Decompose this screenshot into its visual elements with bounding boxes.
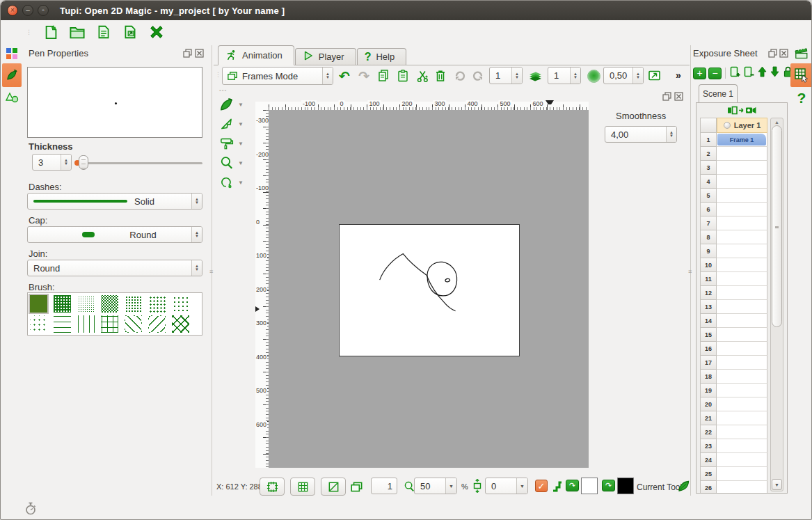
toolbar-grip[interactable]: ⋮ [26, 29, 31, 36]
frame-border-toggle-button[interactable] [260, 478, 285, 496]
selection-tool[interactable]: ▼ [218, 116, 244, 132]
grid-toggle-button[interactable] [290, 478, 315, 496]
row-number[interactable]: 17 [700, 356, 717, 370]
smoothness-spinbox[interactable]: 4,00 ▲▼ [605, 126, 677, 143]
tab-player[interactable]: Player [295, 48, 356, 65]
frame-count-input[interactable]: 1 [371, 478, 397, 494]
join-combo[interactable]: Round ▲▼ [27, 260, 202, 276]
cut-icon[interactable] [414, 68, 431, 84]
paste-icon[interactable] [395, 68, 411, 84]
scene-tab[interactable]: Scene 1 [699, 84, 738, 103]
close-panel-icon[interactable] [779, 48, 788, 58]
pen-properties-dock-button[interactable] [2, 63, 22, 87]
thickness-slider[interactable] [74, 154, 204, 172]
fill-tool[interactable]: ▼ [218, 136, 244, 151]
rotation-dropdown[interactable]: 0 ▼ [485, 478, 528, 494]
onion-skin-icon[interactable] [527, 68, 543, 84]
remove-frame-button[interactable]: − [708, 68, 722, 79]
brush-dense7[interactable] [172, 295, 189, 313]
tab-animation[interactable]: Animation [218, 45, 294, 65]
spinner-arrows-icon[interactable]: ▲▼ [322, 68, 333, 84]
row-number[interactable]: 9 [700, 244, 717, 258]
frame-cell[interactable] [717, 328, 767, 342]
row-number[interactable]: 2 [700, 147, 717, 161]
zoom-level-dropdown[interactable]: 50 ▼ [414, 478, 457, 494]
dropdown-arrow-icon[interactable]: ▼ [516, 478, 527, 494]
brush-dense2[interactable] [54, 295, 71, 313]
row-number[interactable]: 12 [700, 286, 717, 300]
frame-cell[interactable] [717, 481, 767, 494]
row-number[interactable]: 23 [700, 439, 717, 453]
row-number[interactable]: 26 [700, 481, 717, 494]
brush-diagcross[interactable] [172, 315, 189, 333]
undo-icon[interactable]: ↶ [336, 68, 353, 84]
onion-opacity-icon[interactable] [585, 68, 602, 84]
frame-cell[interactable] [717, 147, 767, 161]
left-splitter[interactable]: ≡ [212, 45, 212, 496]
row-number[interactable]: 7 [700, 216, 717, 230]
close-panel-icon[interactable] [194, 48, 204, 58]
brush-cross[interactable] [101, 315, 118, 333]
frame-cell[interactable] [717, 384, 767, 397]
float-panel-icon[interactable] [767, 48, 777, 58]
row-number[interactable]: 20 [700, 397, 717, 411]
row-number[interactable]: 22 [700, 425, 717, 439]
tool-dropdown-arrow[interactable]: ▼ [238, 141, 244, 147]
layer-radio-icon[interactable] [724, 122, 731, 129]
cap-combo[interactable]: Round ▲▼ [27, 226, 202, 243]
save-project-as-icon[interactable] [122, 24, 138, 40]
row-number[interactable]: 8 [700, 230, 717, 244]
frame-cell[interactable] [717, 161, 767, 175]
frame-cell[interactable]: Frame 1 [717, 133, 767, 147]
restore-frame-icon[interactable] [452, 68, 468, 84]
close-project-icon[interactable] [148, 24, 165, 40]
move-frame-up-icon[interactable] [757, 65, 767, 81]
dropdown-arrow-icon[interactable]: ▼ [445, 478, 456, 494]
insert-frame-button[interactable]: + [693, 68, 706, 79]
brush-fdiag[interactable] [148, 315, 166, 333]
window-maximize-button[interactable]: ▫ [38, 5, 49, 16]
window-minimize-button[interactable]: – [22, 5, 33, 16]
frame-cell[interactable] [717, 244, 767, 258]
color-palette-icon[interactable] [5, 47, 19, 61]
drawing-page[interactable] [339, 224, 520, 356]
frame-cell[interactable] [717, 300, 767, 314]
exposure-scrollbar[interactable]: ▲ ▼ [770, 118, 783, 491]
brush-dots[interactable] [30, 315, 47, 333]
tool-dropdown-arrow[interactable]: ▼ [238, 102, 244, 108]
dashes-combo[interactable]: Solid ▲▼ [27, 193, 202, 210]
restore-all-frames-icon[interactable] [470, 68, 486, 84]
tweener-tool[interactable]: ▼ [218, 175, 244, 190]
canvas-viewport[interactable] [269, 110, 589, 468]
spinner-arrows-icon[interactable]: ▲▼ [570, 68, 580, 84]
spinner-arrows-icon[interactable]: ▲▼ [511, 68, 522, 84]
row-number[interactable]: 21 [700, 411, 717, 425]
toolbar-overflow-chevron[interactable]: » [676, 70, 681, 81]
row-number[interactable]: 14 [700, 314, 717, 328]
zoom-tool[interactable]: ▼ [218, 155, 244, 171]
frame-number-spinbox[interactable]: 1 ▲▼ [489, 67, 523, 84]
frame-cell[interactable] [717, 356, 767, 370]
frames-mode-combo[interactable]: Frames Mode ▲▼ [222, 67, 333, 85]
frame-cell[interactable] [717, 175, 767, 189]
brush-vlines[interactable] [77, 315, 95, 333]
open-project-icon[interactable] [69, 24, 86, 40]
full-screen-button[interactable] [321, 478, 346, 496]
row-number[interactable]: 25 [700, 467, 717, 481]
tool-dropdown-arrow[interactable]: ▼ [238, 121, 244, 127]
row-number[interactable]: 10 [700, 258, 717, 272]
remove-layer-icon[interactable] [743, 65, 755, 81]
frame-cell[interactable] [717, 411, 767, 425]
frame-cell[interactable] [717, 203, 767, 216]
brush-dense5[interactable] [125, 295, 142, 313]
opacity-spinbox[interactable]: 0,50 ▲▼ [603, 67, 644, 84]
row-number[interactable]: 16 [700, 342, 717, 356]
brush-dense6[interactable] [148, 295, 166, 313]
frame-chip[interactable]: Frame 1 [717, 134, 766, 145]
frame-cell[interactable] [717, 189, 767, 203]
toolstrip-grip[interactable]: ••• [219, 87, 227, 93]
spinner-arrows-icon[interactable]: ▲▼ [191, 194, 202, 209]
frame-cell[interactable] [717, 342, 767, 356]
brush-solid[interactable] [30, 295, 47, 313]
brush-dense4[interactable] [101, 295, 118, 313]
